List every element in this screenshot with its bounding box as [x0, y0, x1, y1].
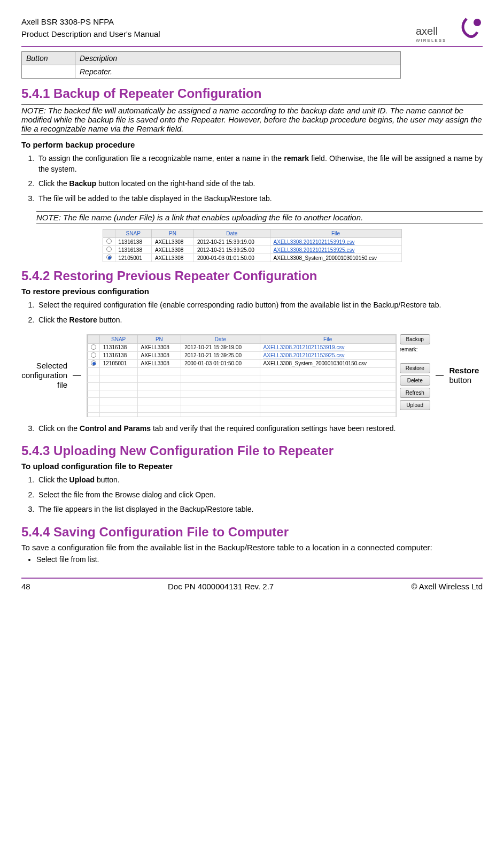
restore-button[interactable]: Restore [400, 363, 430, 373]
restore-steps: Select the required configuration file (… [36, 299, 483, 328]
heading-5-4-3: 5.4.3 Uploading New Configuration File t… [21, 443, 483, 458]
restore-procedure-heading: To restore previous configuration [21, 287, 483, 296]
restore-steps-cont: Click on the Control and Params tab and … [36, 422, 483, 437]
note-filename-link: NOTE: The file name (under File) is a li… [36, 211, 483, 224]
backup-step-2: Click the Backup button located on the r… [36, 178, 483, 193]
td-button [22, 65, 75, 79]
button-description-table: Button Description Repeater. [21, 51, 401, 79]
save-step-1: Select file from list. [36, 554, 483, 565]
backup-steps: To assign the configuration file a recog… [36, 152, 483, 207]
header-divider [21, 46, 483, 47]
backup-button[interactable]: Backup [400, 334, 430, 344]
page-footer: 48 Doc PN 4000004131 Rev. 2.7 © Axell Wi… [21, 578, 483, 591]
note-backup: NOTE: The backed file will automatically… [21, 104, 483, 135]
radio-select[interactable] [91, 352, 96, 358]
product-id: Axell BSR 3308-PS NFPA [21, 16, 160, 28]
doc-title: Product Description and User's Manual [21, 28, 160, 41]
heading-5-4-1: 5.4.1 Backup of Repeater Configuration [21, 86, 483, 101]
header-text: Axell BSR 3308-PS NFPA Product Descripti… [21, 16, 160, 40]
logo-sub: WIRELESS [416, 38, 446, 43]
radio-select[interactable] [106, 239, 112, 244]
annotation-selected-file: Selected configuration file [21, 361, 67, 390]
th-button: Button [22, 52, 75, 65]
restore-step-2: Click the Restore button. [36, 314, 483, 329]
radio-select[interactable] [106, 255, 112, 260]
annotation-restore-button: Restore button [449, 366, 483, 385]
logo-text: axell [416, 25, 438, 37]
radio-select[interactable] [91, 344, 96, 350]
delete-button[interactable]: Delete [400, 375, 430, 386]
page-header: Axell BSR 3308-PS NFPA Product Descripti… [21, 16, 483, 43]
restore-table: SNAPPNDateFile11316138AXELL33082012-10-2… [87, 335, 396, 417]
th-description: Description [75, 52, 401, 65]
copyright: © Axell Wireless Ltd [411, 582, 483, 591]
axell-logo: axell WIRELESS [413, 16, 483, 43]
restore-table-scroll[interactable]: SNAPPNDateFile11316138AXELL33082012-10-2… [87, 334, 397, 417]
annotation-line-left [73, 375, 81, 376]
restore-figure: Selected configuration file SNAPPNDateFi… [21, 334, 483, 417]
heading-5-4-2: 5.4.2 Restoring Previous Repeater Config… [21, 268, 483, 283]
upload-step-3: The file appears in the list displayed i… [36, 503, 483, 518]
remark-label: remark: [400, 347, 430, 352]
side-button-panel: Backup remark: Restore Delete Refresh Up… [400, 334, 430, 410]
upload-step-1: Click the Upload button. [36, 474, 483, 489]
save-steps: Select file from list. [36, 554, 483, 565]
radio-select[interactable] [91, 360, 96, 366]
backup-table: SNAPPNDateFile11316138AXELL33082012-10-2… [103, 229, 402, 262]
upload-steps: Click the Upload button. Select the file… [36, 474, 483, 518]
backup-procedure-heading: To perform backup procedure [21, 140, 483, 149]
save-description: To save a configuration file from the av… [21, 543, 483, 552]
refresh-button[interactable]: Refresh [400, 388, 430, 398]
svg-point-0 [474, 19, 481, 26]
upload-procedure-heading: To upload configuration file to Repeater [21, 462, 483, 471]
annotation-line-right [436, 375, 444, 376]
backup-table-figure: SNAPPNDateFile11316138AXELL33082012-10-2… [103, 229, 402, 262]
page-number: 48 [21, 582, 30, 591]
restore-step-3: Click on the Control and Params tab and … [36, 422, 483, 437]
heading-5-4-4: 5.4.4 Saving Configuration File to Compu… [21, 525, 483, 540]
backup-step-3: The file will be added to the table disp… [36, 193, 483, 208]
radio-select[interactable] [106, 247, 112, 252]
td-description: Repeater. [75, 65, 401, 79]
upload-button[interactable]: Upload [400, 400, 430, 410]
upload-step-2: Select the file from the Browse dialog a… [36, 489, 483, 504]
restore-step-1: Select the required configuration file (… [36, 299, 483, 314]
doc-id: Doc PN 4000004131 Rev. 2.7 [168, 582, 274, 591]
restore-table-with-buttons: SNAPPNDateFile11316138AXELL33082012-10-2… [87, 334, 430, 417]
backup-step-1: To assign the configuration file a recog… [36, 152, 483, 178]
